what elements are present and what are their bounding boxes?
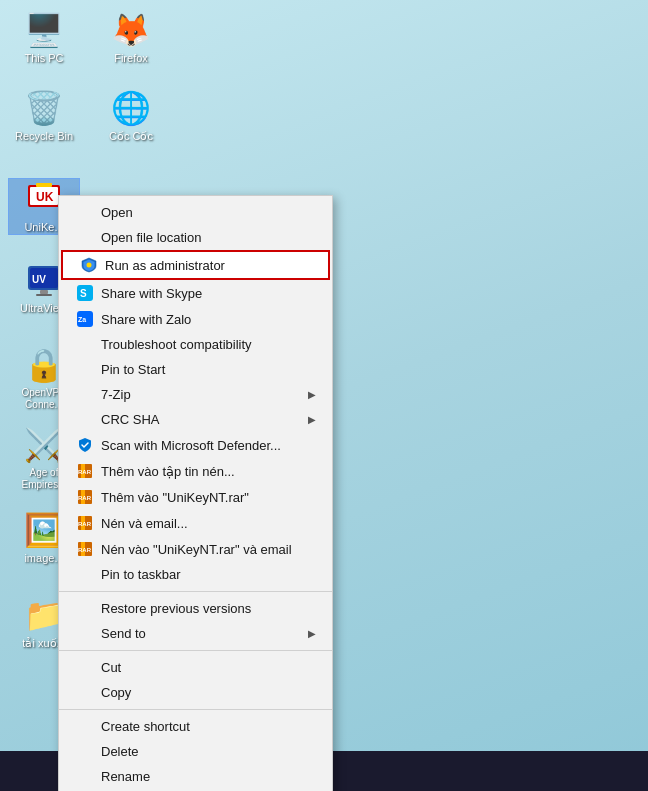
recycle-bin-icon: 🗑️: [24, 88, 64, 128]
menu-item-cut[interactable]: Cut: [59, 655, 332, 680]
menu-item-share-skype[interactable]: S Share with Skype: [59, 280, 332, 306]
menu-item-copy[interactable]: Copy: [59, 680, 332, 705]
share-skype-label: Share with Skype: [101, 286, 316, 301]
menu-item-delete[interactable]: Delete: [59, 739, 332, 764]
menu-item-nen-unikey-email[interactable]: RAR Nén vào "UniKeyNT.rar" và email: [59, 536, 332, 562]
delete-label: Delete: [101, 744, 316, 759]
separator-3: [59, 709, 332, 710]
desktop-icon-firefox[interactable]: 🦊 Firefox: [95, 10, 167, 65]
svg-text:RAR: RAR: [78, 469, 92, 475]
shield-icon: [79, 257, 99, 273]
winrar-icon-1: RAR: [75, 463, 95, 479]
nen-email-label: Nén và email...: [101, 516, 316, 531]
menu-item-scan-defender[interactable]: Scan with Microsoft Defender...: [59, 432, 332, 458]
menu-item-send-to[interactable]: Send to ▶: [59, 621, 332, 646]
crc-sha-label: CRC SHA: [101, 412, 308, 427]
send-to-arrow-icon: ▶: [308, 628, 316, 639]
menu-item-share-zalo[interactable]: Za Share with Zalo: [59, 306, 332, 332]
zalo-icon: Za: [75, 311, 95, 327]
separator-1: [59, 591, 332, 592]
desktop-icon-this-pc[interactable]: 🖥️ This PC: [8, 10, 80, 65]
copy-label: Copy: [101, 685, 316, 700]
menu-item-them-vao-tap-nen[interactable]: RAR Thêm vào tập tin nén...: [59, 458, 332, 484]
svg-text:UK: UK: [36, 190, 54, 204]
this-pc-label: This PC: [24, 52, 63, 65]
skype-icon: S: [75, 285, 95, 301]
svg-text:S: S: [80, 288, 87, 299]
open-file-location-label: Open file location: [101, 230, 316, 245]
run-as-admin-label: Run as administrator: [105, 258, 312, 273]
cut-label: Cut: [101, 660, 316, 675]
svg-text:RAR: RAR: [78, 495, 92, 501]
recycle-bin-label: Recycle Bin: [15, 130, 73, 143]
nen-unikey-email-label: Nén vào "UniKeyNT.rar" và email: [101, 542, 316, 557]
svg-rect-7: [40, 290, 48, 294]
them-vao-unikey-label: Thêm vào "UniKeyNT.rar": [101, 490, 316, 505]
context-menu: Open Open file location Run as administr…: [58, 195, 333, 791]
svg-rect-8: [36, 294, 52, 296]
menu-item-open[interactable]: Open: [59, 200, 332, 225]
7zip-label: 7-Zip: [101, 387, 308, 402]
winrar-icon-4: RAR: [75, 541, 95, 557]
them-vao-tap-nen-label: Thêm vào tập tin nén...: [101, 464, 316, 479]
rename-label: Rename: [101, 769, 316, 784]
scan-defender-label: Scan with Microsoft Defender...: [101, 438, 316, 453]
menu-item-nen-email[interactable]: RAR Nén và email...: [59, 510, 332, 536]
svg-text:Za: Za: [78, 316, 86, 323]
svg-text:RAR: RAR: [78, 547, 92, 553]
create-shortcut-label: Create shortcut: [101, 719, 316, 734]
menu-item-restore-versions[interactable]: Restore previous versions: [59, 596, 332, 621]
menu-item-crc-sha[interactable]: CRC SHA ▶: [59, 407, 332, 432]
menu-item-open-file-location[interactable]: Open file location: [59, 225, 332, 250]
restore-versions-label: Restore previous versions: [101, 601, 316, 616]
menu-item-pin-taskbar[interactable]: Pin to taskbar: [59, 562, 332, 587]
desktop: 🖥️ This PC 🦊 Firefox 🗑️ Recycle Bin 🌐 Cố…: [0, 0, 648, 791]
7zip-arrow-icon: ▶: [308, 389, 316, 400]
svg-point-9: [87, 263, 92, 268]
pin-taskbar-label: Pin to taskbar: [101, 567, 316, 582]
separator-2: [59, 650, 332, 651]
desktop-icon-recycle-bin[interactable]: 🗑️ Recycle Bin: [8, 88, 80, 143]
menu-item-them-vao-unikey[interactable]: RAR Thêm vào "UniKeyNT.rar": [59, 484, 332, 510]
menu-item-create-shortcut[interactable]: Create shortcut: [59, 714, 332, 739]
winrar-icon-3: RAR: [75, 515, 95, 531]
menu-item-rename[interactable]: Rename: [59, 764, 332, 789]
svg-text:UV: UV: [32, 274, 46, 285]
share-zalo-label: Share with Zalo: [101, 312, 316, 327]
menu-item-7zip[interactable]: 7-Zip ▶: [59, 382, 332, 407]
menu-item-troubleshoot[interactable]: Troubleshoot compatibility: [59, 332, 332, 357]
defender-icon: [75, 437, 95, 453]
troubleshoot-label: Troubleshoot compatibility: [101, 337, 316, 352]
send-to-label: Send to: [101, 626, 308, 641]
menu-item-run-as-admin[interactable]: Run as administrator: [61, 250, 330, 280]
desktop-icon-coccoc[interactable]: 🌐 Cốc Cốc: [95, 88, 167, 143]
this-pc-icon: 🖥️: [24, 10, 64, 50]
pin-start-label: Pin to Start: [101, 362, 316, 377]
svg-text:RAR: RAR: [78, 521, 92, 527]
winrar-icon-2: RAR: [75, 489, 95, 505]
firefox-label: Firefox: [114, 52, 148, 65]
coccoc-icon: 🌐: [111, 88, 151, 128]
svg-rect-3: [36, 183, 52, 187]
open-label: Open: [101, 205, 316, 220]
crc-sha-arrow-icon: ▶: [308, 414, 316, 425]
menu-item-pin-start[interactable]: Pin to Start: [59, 357, 332, 382]
coccoc-label: Cốc Cốc: [109, 130, 153, 143]
firefox-icon: 🦊: [111, 10, 151, 50]
